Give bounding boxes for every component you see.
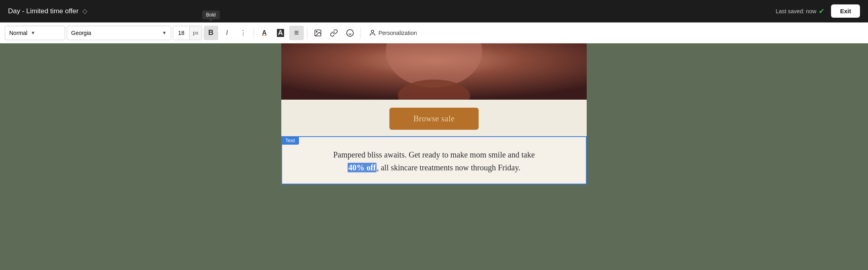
text-bg-button[interactable]: A xyxy=(273,26,288,40)
hero-image xyxy=(281,43,587,100)
font-select[interactable]: Georgia ▼ xyxy=(67,26,171,40)
text-line-1: Pampered bliss awaits. Get ready to make… xyxy=(333,150,535,159)
highlighted-text: 40% off xyxy=(348,163,377,172)
toolbar: Normal ▼ Georgia ▼ px Bold B I ⋮ A A ≡ xyxy=(0,22,868,43)
hero-image-section xyxy=(281,43,587,100)
hero-image-svg xyxy=(281,43,587,100)
emoji-icon xyxy=(346,29,354,37)
text-block[interactable]: Text Pampered bliss awaits. Get ready to… xyxy=(281,136,587,184)
text-color-button[interactable]: A xyxy=(257,26,272,40)
text-block-label: Text xyxy=(281,136,299,145)
top-bar: Day - Limited time offer ◇ Last saved: n… xyxy=(0,0,868,22)
svg-point-2 xyxy=(346,29,353,36)
style-select[interactable]: Normal ▼ xyxy=(5,26,65,40)
exit-button[interactable]: Exit xyxy=(831,4,860,18)
align-button[interactable]: ≡ xyxy=(289,26,304,40)
top-bar-left: Day - Limited time offer ◇ xyxy=(8,7,87,15)
pin-icon: ◇ xyxy=(82,7,87,15)
more-options-button[interactable]: ⋮ xyxy=(236,26,250,40)
last-saved-status: Last saved: now ✔ xyxy=(776,7,825,16)
canvas-area: Browse sale Text Pampered bliss awaits. … xyxy=(0,43,868,270)
text-line-2: , all skincare treatments now through Fr… xyxy=(377,163,520,172)
link-button[interactable] xyxy=(327,26,341,40)
browse-sale-button[interactable]: Browse sale xyxy=(389,108,479,130)
toolbar-divider-3 xyxy=(360,27,361,39)
font-size-group: px xyxy=(173,26,202,40)
image-button[interactable] xyxy=(311,26,325,40)
font-size-input[interactable] xyxy=(173,26,189,40)
svg-point-1 xyxy=(316,31,317,32)
personalization-button[interactable]: Personalization xyxy=(364,27,422,39)
style-select-value: Normal xyxy=(9,30,27,36)
toolbar-divider-1 xyxy=(254,27,254,39)
text-content-area[interactable]: Pampered bliss awaits. Get ready to make… xyxy=(282,137,586,184)
svg-point-5 xyxy=(371,30,374,33)
image-icon xyxy=(314,29,322,37)
page-title: Day - Limited time offer xyxy=(8,7,78,15)
font-select-chevron: ▼ xyxy=(162,30,167,36)
text-paragraph: Pampered bliss awaits. Get ready to make… xyxy=(306,148,562,174)
top-bar-right: Last saved: now ✔ Exit xyxy=(776,4,860,18)
link-icon xyxy=(330,29,338,37)
italic-button[interactable]: I xyxy=(220,26,234,40)
bold-button[interactable]: B xyxy=(204,26,218,40)
person-icon xyxy=(369,29,376,37)
browse-sale-container: Browse sale xyxy=(281,100,587,136)
font-unit-label: px xyxy=(189,26,202,40)
style-select-chevron: ▼ xyxy=(31,30,35,36)
saved-check-icon: ✔ xyxy=(819,7,825,16)
font-select-value: Georgia xyxy=(71,30,91,36)
toolbar-divider-2 xyxy=(307,27,307,39)
email-content: Browse sale Text Pampered bliss awaits. … xyxy=(281,43,587,184)
bold-tooltip-wrapper: Bold B xyxy=(204,26,218,40)
emoji-button[interactable] xyxy=(343,26,357,40)
personalization-label: Personalization xyxy=(379,30,417,36)
